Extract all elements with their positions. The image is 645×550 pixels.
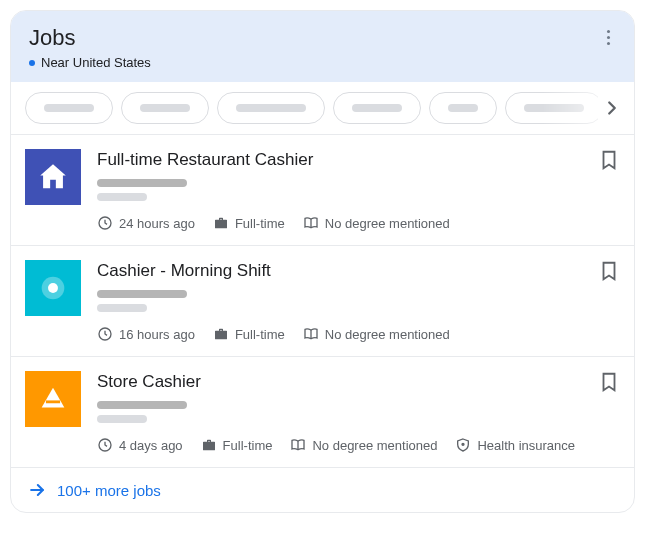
filter-chip[interactable] (505, 92, 603, 124)
job-type: Full-time (201, 437, 273, 453)
bookmark-icon (598, 149, 620, 171)
arrow-right-icon (27, 480, 47, 500)
svg-point-6 (462, 444, 464, 446)
shield-icon (455, 437, 471, 453)
job-meta-row: 16 hours ago Full-time No degree mention… (97, 326, 620, 342)
header-subtitle: Near United States (41, 55, 151, 70)
degree-requirement: No degree mentioned (290, 437, 437, 453)
book-icon (303, 215, 319, 231)
job-body: Store Cashier 4 days ago Full-time No de… (97, 371, 620, 453)
bookmark-button[interactable] (598, 260, 620, 286)
header-subtitle-row: Near United States (29, 55, 616, 70)
house-icon (36, 160, 70, 194)
degree-requirement: No degree mentioned (303, 215, 450, 231)
company-name-placeholder (97, 290, 187, 298)
company-logo (25, 260, 81, 316)
card-header: Jobs Near United States (11, 11, 634, 82)
posted-time: 24 hours ago (97, 215, 195, 231)
job-item[interactable]: Full-time Restaurant Cashier 24 hours ag… (11, 135, 634, 246)
job-meta-row: 24 hours ago Full-time No degree mention… (97, 215, 620, 231)
filter-chip[interactable] (217, 92, 325, 124)
bookmark-button[interactable] (598, 371, 620, 397)
filter-chip[interactable] (333, 92, 421, 124)
clock-icon (97, 215, 113, 231)
briefcase-icon (213, 326, 229, 342)
location-placeholder (97, 415, 147, 423)
bookmark-icon (598, 371, 620, 393)
job-meta-row: 4 days ago Full-time No degree mentioned… (97, 437, 620, 453)
job-body: Cashier - Morning Shift 16 hours ago Ful… (97, 260, 620, 342)
job-type: Full-time (213, 215, 285, 231)
chevron-right-icon (601, 97, 623, 119)
book-icon (303, 326, 319, 342)
more-jobs-label: 100+ more jobs (57, 482, 161, 499)
filter-chip[interactable] (429, 92, 497, 124)
job-title: Full-time Restaurant Cashier (97, 149, 620, 171)
filter-chip-row (11, 82, 634, 135)
company-name-placeholder (97, 401, 187, 409)
filter-chips-container[interactable] (25, 92, 634, 124)
location-placeholder (97, 304, 147, 312)
bookmark-icon (598, 260, 620, 282)
clock-icon (97, 326, 113, 342)
location-dot-icon (29, 60, 35, 66)
benefit: Health insurance (455, 437, 575, 453)
bookmark-button[interactable] (598, 149, 620, 175)
posted-time: 4 days ago (97, 437, 183, 453)
location-placeholder (97, 193, 147, 201)
job-title: Cashier - Morning Shift (97, 260, 620, 282)
clock-icon (97, 437, 113, 453)
job-item[interactable]: Store Cashier 4 days ago Full-time No de… (11, 357, 634, 468)
svg-rect-4 (46, 401, 60, 404)
job-body: Full-time Restaurant Cashier 24 hours ag… (97, 149, 620, 231)
job-type: Full-time (213, 326, 285, 342)
briefcase-icon (201, 437, 217, 453)
scroll-right-button[interactable] (598, 94, 626, 122)
header-title: Jobs (29, 25, 616, 51)
book-icon (290, 437, 306, 453)
company-logo (25, 149, 81, 205)
company-logo (25, 371, 81, 427)
jobs-card: Jobs Near United States Full-time Restau… (10, 10, 635, 513)
more-jobs-link[interactable]: 100+ more jobs (11, 468, 634, 512)
job-title: Store Cashier (97, 371, 620, 393)
donut-icon (36, 271, 70, 305)
posted-time: 16 hours ago (97, 326, 195, 342)
job-item[interactable]: Cashier - Morning Shift 16 hours ago Ful… (11, 246, 634, 357)
filter-chip[interactable] (121, 92, 209, 124)
briefcase-icon (213, 215, 229, 231)
company-name-placeholder (97, 179, 187, 187)
degree-requirement: No degree mentioned (303, 326, 450, 342)
filter-chip[interactable] (25, 92, 113, 124)
overflow-menu-icon[interactable] (596, 25, 620, 49)
triangle-icon (36, 382, 70, 416)
svg-point-2 (48, 283, 58, 293)
